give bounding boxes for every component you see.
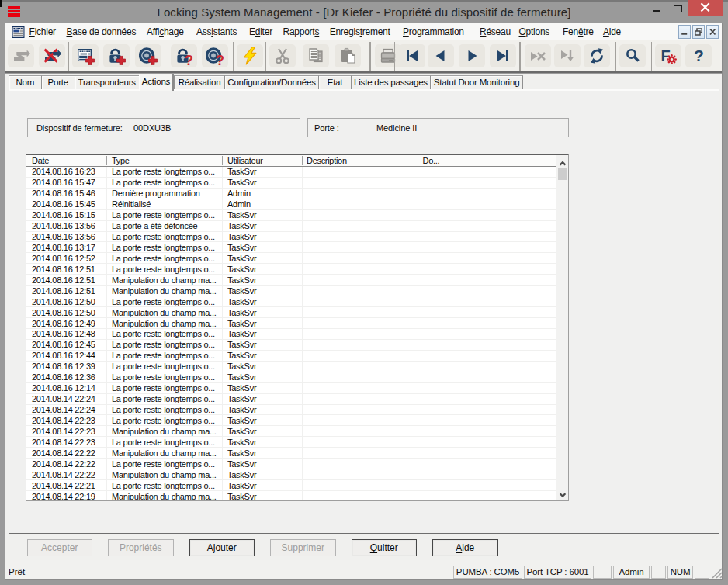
svg-text:?: ? [215,52,224,65]
svg-text:?: ? [694,47,704,64]
svg-text:?: ? [185,52,193,65]
